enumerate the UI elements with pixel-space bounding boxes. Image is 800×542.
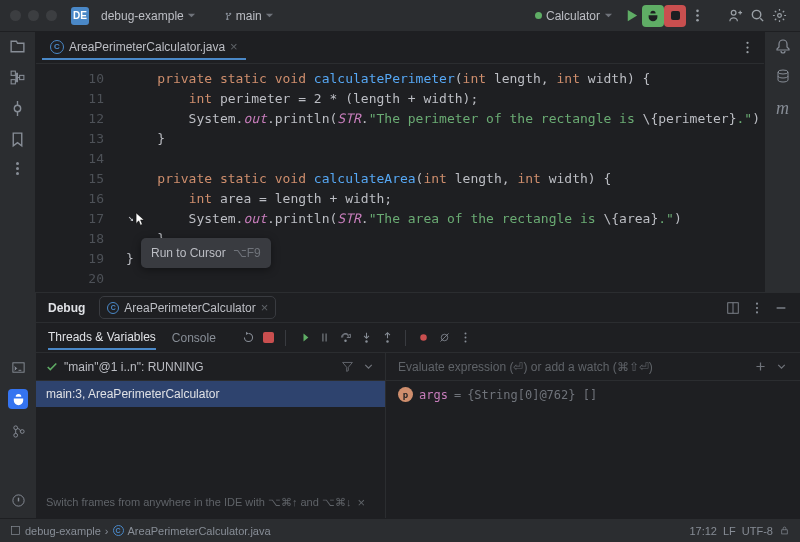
threads-vars-tab[interactable]: Threads & Variables [48,330,156,350]
resume-icon[interactable] [297,331,310,344]
view-breakpoints-icon[interactable] [417,331,430,344]
code-with-me-icon[interactable] [724,5,746,27]
step-into-icon[interactable] [360,331,373,344]
project-dropdown[interactable]: debug-example [95,7,202,25]
chevron-down-icon[interactable] [362,360,375,373]
variable-value: {String[0]@762} [] [467,388,597,402]
caret-position[interactable]: 17:12 [689,525,717,537]
run-to-cursor-tooltip: Run to Cursor⌥F9 [141,238,271,268]
variable-row[interactable]: p args = {String[0]@762} [] [386,381,800,408]
java-class-icon: C [50,40,64,54]
more-tools-icon[interactable] [16,162,19,175]
project-tool-icon[interactable] [9,38,26,55]
svg-point-5 [777,14,781,18]
variable-name: args [419,388,448,402]
main-area: C AreaPerimeterCalculator.java × 1011121… [0,32,800,292]
svg-point-30 [464,341,466,343]
svg-point-1 [696,14,699,17]
svg-point-11 [746,46,748,48]
thread-label[interactable]: "main"@1 i..n": RUNNING [64,360,204,374]
frames-hint: Switch frames from anywhere in the IDE w… [36,487,385,518]
branch-dropdown[interactable]: main [218,7,280,25]
svg-point-22 [756,311,758,313]
structure-tool-icon[interactable] [9,69,26,86]
svg-point-20 [756,302,758,304]
file-tab[interactable]: C AreaPerimeterCalculator.java × [42,35,246,60]
run-config-name: Calculator [546,9,600,23]
debug-tool-icon-active[interactable] [8,389,28,409]
step-out-icon[interactable] [381,331,394,344]
commit-tool-icon[interactable] [9,100,26,117]
git-tool-icon[interactable] [8,421,28,441]
search-icon[interactable] [746,5,768,27]
left-tool-rail [0,32,36,292]
close-tab-icon[interactable]: × [230,39,238,54]
debug-session-label: AreaPerimeterCalculator [124,301,255,315]
svg-rect-32 [782,530,788,534]
close-hint-icon[interactable]: × [357,495,365,510]
statusbar: debug-example › C AreaPerimeterCalculato… [0,518,800,542]
svg-point-15 [13,425,17,429]
database-tool-icon[interactable] [775,68,791,84]
editor-tabs: C AreaPerimeterCalculator.java × [36,32,764,64]
console-tab[interactable]: Console [172,331,216,345]
svg-point-26 [420,334,427,341]
svg-point-16 [13,433,17,437]
pause-icon[interactable] [318,331,331,344]
more-icon[interactable] [750,301,764,315]
code-area[interactable]: private static void calculatePerimeter(i… [126,64,764,292]
svg-point-17 [20,429,24,433]
line-separator[interactable]: LF [723,525,736,537]
filter-icon[interactable] [341,360,354,373]
file-encoding[interactable]: UTF-8 [742,525,773,537]
mute-breakpoints-icon[interactable] [438,331,451,344]
eval-placeholder[interactable]: Evaluate expression (⏎) or add a watch (… [398,360,653,374]
more-button[interactable] [686,5,708,27]
svg-point-9 [14,105,20,111]
right-tool-rail: m [764,32,800,292]
run-config-dropdown[interactable]: Calculator [528,7,620,25]
module-icon [10,525,21,536]
bookmarks-tool-icon[interactable] [9,131,26,148]
editor-pane: C AreaPerimeterCalculator.java × 1011121… [36,32,764,292]
file-tab-label: AreaPerimeterCalculator.java [69,40,225,54]
svg-rect-6 [11,71,15,75]
stop-button[interactable] [664,5,686,27]
notifications-icon[interactable] [775,38,791,54]
terminal-tool-icon[interactable] [8,357,28,377]
code-editor[interactable]: 101112131415161718192021 ↘ private stati… [36,64,764,292]
window-controls[interactable] [10,10,57,21]
chevron-down-icon[interactable] [775,360,788,373]
minimize-icon[interactable] [774,301,788,315]
titlebar: DE debug-example main Calculator [0,0,800,32]
svg-point-12 [746,51,748,53]
mouse-cursor [135,212,146,226]
problems-tool-icon[interactable] [8,490,28,510]
variables-panel: Evaluate expression (⏎) or add a watch (… [386,353,800,518]
svg-point-2 [696,19,699,22]
debug-title: Debug [48,301,85,315]
svg-point-3 [731,10,736,15]
maven-tool-icon[interactable]: m [776,98,789,119]
layout-icon[interactable] [726,301,740,315]
debug-left-rail [0,293,36,518]
breadcrumb[interactable]: debug-example › C AreaPerimeterCalculato… [10,525,271,537]
svg-point-13 [778,70,788,74]
svg-point-21 [756,306,758,308]
debug-session-tab[interactable]: C AreaPerimeterCalculator × [99,296,276,319]
debug-button[interactable] [642,5,664,27]
add-watch-icon[interactable] [754,360,767,373]
close-icon[interactable]: × [261,300,269,315]
settings-icon[interactable] [768,5,790,27]
stack-frame-row[interactable]: main:3, AreaPerimeterCalculator [36,381,385,407]
branch-name: main [236,9,262,23]
tab-more-icon[interactable] [736,37,758,59]
project-badge: DE [71,7,89,25]
more-debug-icon[interactable] [459,331,472,344]
gutter[interactable]: 101112131415161718192021 ↘ [36,64,126,292]
rerun-icon[interactable] [242,331,255,344]
readonly-lock-icon[interactable] [779,525,790,536]
step-over-icon[interactable] [339,331,352,344]
stop-icon[interactable] [263,332,274,343]
run-button[interactable] [620,5,642,27]
